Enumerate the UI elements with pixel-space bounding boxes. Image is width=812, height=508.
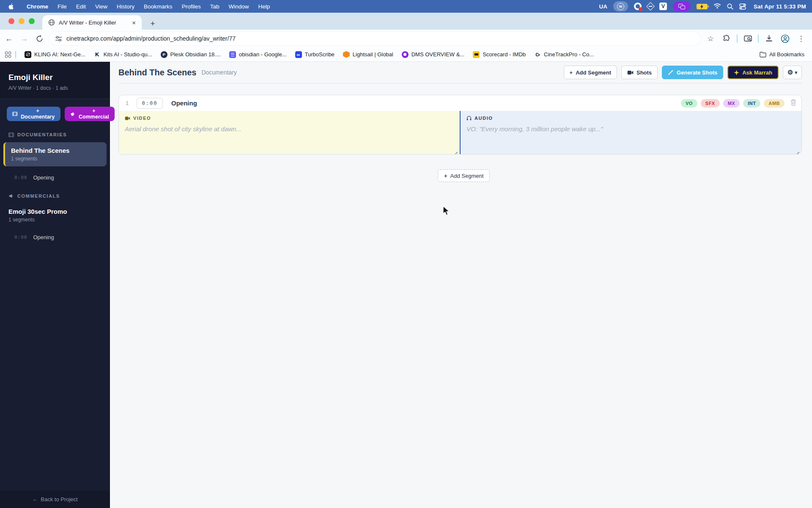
resize-handle[interactable] — [795, 149, 799, 153]
menubar-item-window[interactable]: Window — [224, 0, 253, 13]
input-source-indicator[interactable]: UA — [599, 2, 608, 11]
reload-button[interactable] — [33, 32, 46, 45]
av-writer-app: Emoji Killer A/V Writer · 1 docs · 1 ads… — [0, 62, 812, 508]
maximize-window-button[interactable] — [29, 18, 35, 24]
diamond-status-icon[interactable] — [647, 2, 653, 11]
url-input[interactable] — [66, 35, 694, 42]
tab-close-button[interactable]: × — [130, 19, 137, 27]
side-panel-search-icon[interactable] — [742, 33, 754, 44]
all-bookmarks-button[interactable]: All Bookmarks — [760, 51, 812, 58]
page-title: Behind The Scenes — [118, 68, 197, 77]
header-divider — [118, 83, 802, 83]
documentaries-section-header: DOCUMENTARIES — [0, 130, 110, 141]
address-bar[interactable] — [49, 32, 700, 45]
notification-status-icon[interactable] — [634, 2, 642, 11]
add-segment-bottom-button[interactable]: + Add Segment — [438, 169, 490, 182]
plus-icon: + — [570, 69, 573, 76]
menubar-item-view[interactable]: View — [91, 0, 112, 13]
shots-button[interactable]: Shots — [621, 66, 658, 79]
menubar-item-chrome[interactable]: Chrome — [22, 0, 53, 13]
settings-gear-button[interactable]: ⚙ ▾ — [783, 66, 802, 79]
segment-title: Opening — [171, 99, 197, 107]
apple-menu[interactable] — [8, 3, 14, 10]
menubar-item-edit[interactable]: Edit — [71, 0, 91, 13]
menubar-item-bookmarks[interactable]: Bookmarks — [139, 0, 177, 13]
back-arrow-icon: ← — [32, 496, 38, 502]
back-button[interactable]: ← — [3, 32, 15, 45]
menubar-clock[interactable]: Sat Apr 11 5:33 PM — [754, 3, 806, 10]
folder-icon — [760, 52, 766, 58]
new-tab-button[interactable]: + — [147, 18, 158, 29]
bookmark-star-icon[interactable]: ☆ — [705, 33, 716, 44]
menubar-item-file[interactable]: File — [53, 0, 71, 13]
sidebar-segment-opening-commercial[interactable]: 0:00 Opening — [0, 230, 110, 246]
extensions-icon[interactable] — [721, 33, 732, 44]
menubar-item-help[interactable]: Help — [253, 0, 274, 13]
badge-int[interactable]: INT — [743, 99, 760, 108]
close-window-button[interactable] — [8, 18, 14, 24]
menubar-item-history[interactable]: History — [112, 0, 139, 13]
bookmark-imdb[interactable]: Scorecard - IMDb — [469, 50, 530, 60]
badge-amb[interactable]: AMB — [764, 99, 785, 108]
bookmarks-separator — [15, 51, 16, 58]
add-commercial-button[interactable]: + Commercial — [65, 107, 115, 121]
add-segment-button[interactable]: + Add Segment — [564, 66, 617, 79]
v-app-status-icon[interactable]: V — [659, 2, 667, 11]
sidebar: Emoji Killer A/V Writer · 1 docs · 1 ads… — [0, 62, 110, 508]
audio-script-textarea[interactable] — [466, 125, 794, 152]
plus-icon: + — [444, 173, 447, 179]
segment-number: 1 — [126, 100, 131, 106]
delete-segment-button[interactable] — [790, 99, 796, 108]
bookmark-obisdian[interactable]: obisdian - Google... — [225, 50, 291, 60]
downloads-icon[interactable] — [763, 33, 775, 44]
menubar-item-tab[interactable]: Tab — [206, 0, 224, 13]
forward-button[interactable]: → — [18, 32, 30, 45]
site-settings-icon[interactable] — [55, 36, 62, 42]
badge-vo[interactable]: VO — [681, 99, 697, 108]
sidebar-segment-opening[interactable]: 0:00 Opening — [0, 171, 110, 187]
browser-toolbar: ← → ☆ ⋮ — [0, 30, 812, 47]
toolbar-separator — [758, 34, 759, 43]
audio-panel: AUDIO — [461, 111, 801, 155]
segment-time-input[interactable] — [137, 98, 163, 109]
badge-sfx[interactable]: SFX — [701, 99, 720, 108]
circle-w-status-icon[interactable]: w — [613, 1, 628, 11]
badge-mx[interactable]: MX — [723, 99, 740, 108]
film-icon — [12, 111, 18, 116]
resize-handle[interactable] — [453, 149, 458, 153]
bookmark-turboscribe[interactable]: ∞TurboScribe — [291, 50, 339, 60]
tab-strip: A/V Writer - Emoji Killer × + — [0, 13, 812, 30]
bookmark-dms[interactable]: DMS OVERVIEW &... — [398, 50, 469, 60]
sidebar-item-emoji-30sec-promo[interactable]: Emoji 30sec Promo 1 segments — [0, 204, 110, 226]
video-camera-icon — [627, 70, 634, 75]
back-to-project-button[interactable]: ← Back to Project — [0, 491, 110, 508]
apps-grid-icon[interactable] — [5, 52, 11, 58]
generate-shots-button[interactable]: Generate Shots — [662, 66, 723, 79]
control-center-icon[interactable] — [739, 2, 746, 11]
menubar-item-profiles[interactable]: Profiles — [177, 0, 206, 13]
minimize-window-button[interactable] — [19, 18, 25, 24]
megaphone-icon — [8, 193, 14, 199]
add-documentary-button[interactable]: + Documentary — [7, 107, 60, 121]
bookmark-plesk[interactable]: PPlesk Obsidian 18.... — [156, 50, 225, 60]
bookmark-kits[interactable]: KKits AI - Studio-qu... — [90, 50, 156, 60]
profile-avatar[interactable] — [779, 33, 791, 44]
toolbar-separator — [737, 34, 738, 43]
red-badge-dot — [639, 7, 642, 11]
video-script-textarea[interactable] — [125, 125, 452, 152]
trash-icon — [790, 99, 796, 106]
bookmark-cinetrackpro[interactable]: C▪CineTrackPro - Co... — [530, 50, 598, 60]
dms-favicon — [402, 51, 409, 58]
bookmark-kling[interactable]: KLING AI: Next-Ge... — [20, 50, 90, 60]
sidebar-item-behind-the-scenes[interactable]: Behind The Scenes 1 segments — [3, 142, 107, 166]
battery-icon[interactable] — [697, 2, 708, 11]
screen-mirroring-icon[interactable] — [673, 1, 691, 11]
spotlight-search-icon[interactable] — [727, 2, 733, 11]
headphones-icon — [466, 116, 472, 121]
bookmark-lightsail[interactable]: Lightsail | Global — [339, 50, 398, 60]
wifi-icon[interactable] — [713, 2, 721, 11]
reload-icon — [36, 35, 43, 42]
browser-menu-kebab-icon[interactable]: ⋮ — [795, 33, 807, 44]
ask-marrah-button[interactable]: Ask Marrah — [727, 66, 779, 79]
browser-tab[interactable]: A/V Writer - Emoji Killer × — [42, 15, 142, 30]
